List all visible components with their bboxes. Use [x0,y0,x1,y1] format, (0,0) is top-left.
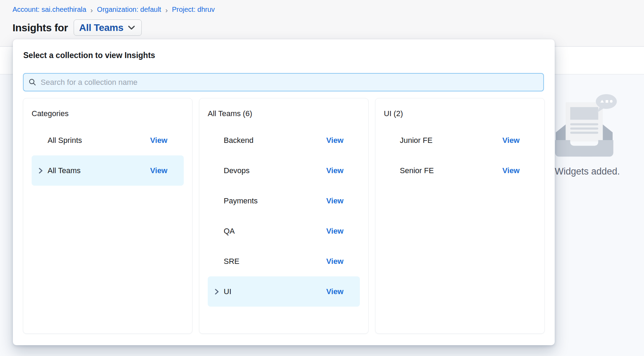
collection-rows: All Sprints View All Teams View [32,125,184,186]
view-link[interactable]: View [150,136,184,145]
view-link[interactable]: View [326,227,360,236]
collection-column-title: Categories [32,109,184,118]
collection-row[interactable]: Backend View [208,125,360,155]
collection-row-label: QA [208,227,235,236]
collection-column: UI (2) Junior FE View Senior FE View [375,98,545,334]
chevron-right-icon [213,288,220,295]
collection-rows: Junior FE View Senior FE View [384,125,536,186]
empty-inbox-illustration [551,87,625,158]
view-link[interactable]: View [502,136,536,145]
collection-rows: Backend View Devops View Payments View Q… [208,125,360,307]
collection-column: Categories All Sprints View All Teams Vi… [23,98,192,334]
view-link[interactable]: View [150,166,184,175]
search-input[interactable] [41,78,538,87]
empty-state: Widgets added. [551,87,641,160]
collection-row[interactable]: Senior FE View [384,155,536,186]
collection-search [23,73,544,91]
insights-header: Insights for All Teams [13,19,142,36]
collection-column-title: UI (2) [384,109,536,118]
chevron-right-separator-icon: › [90,6,93,14]
collection-row-label: Devops [208,166,250,175]
collection-row[interactable]: All Teams View [32,155,184,186]
view-link[interactable]: View [326,136,360,145]
collection-row-label: Junior FE [384,136,432,145]
collection-row[interactable]: Payments View [208,186,360,216]
collection-column-title: All Teams (6) [208,109,360,118]
collection-row[interactable]: Devops View [208,155,360,186]
chevron-down-icon [127,23,136,32]
collection-row-label: Payments [208,196,258,205]
view-link[interactable]: View [502,166,536,175]
collection-columns: Categories All Sprints View All Teams Vi… [23,98,545,334]
chevron-right-icon [37,167,44,174]
collection-row[interactable]: UI View [208,276,360,307]
breadcrumb-project-link[interactable]: Project: dhruv [172,6,215,14]
collection-row-label: Backend [208,136,254,145]
collection-row-label: SRE [208,257,239,266]
collection-row-label: All Sprints [32,136,82,145]
modal-title: Select a collection to view Insights [23,51,155,60]
view-link[interactable]: View [326,287,360,296]
chevron-right-separator-icon: › [165,6,168,14]
collection-row[interactable]: SRE View [208,246,360,276]
collection-picker-modal: Select a collection to view Insights Cat… [13,39,555,345]
collection-row[interactable]: All Sprints View [32,125,184,155]
search-icon [28,78,36,86]
collection-column: All Teams (6) Backend View Devops View P… [199,98,369,334]
page-title: Insights for [13,22,68,34]
view-link[interactable]: View [326,166,360,175]
breadcrumb-organization-link[interactable]: Organization: default [97,6,161,14]
breadcrumb: Account: sai.cheethirala › Organization:… [13,6,215,14]
collection-dropdown-label: All Teams [79,22,124,33]
collection-dropdown-button[interactable]: All Teams [74,19,142,36]
collection-row[interactable]: Junior FE View [384,125,536,155]
collection-row-label: Senior FE [384,166,434,175]
empty-state-message: Widgets added. [555,166,620,177]
view-link[interactable]: View [326,257,360,266]
collection-row[interactable]: QA View [208,216,360,246]
view-link[interactable]: View [326,196,360,205]
breadcrumb-account-link[interactable]: Account: sai.cheethirala [13,6,86,14]
